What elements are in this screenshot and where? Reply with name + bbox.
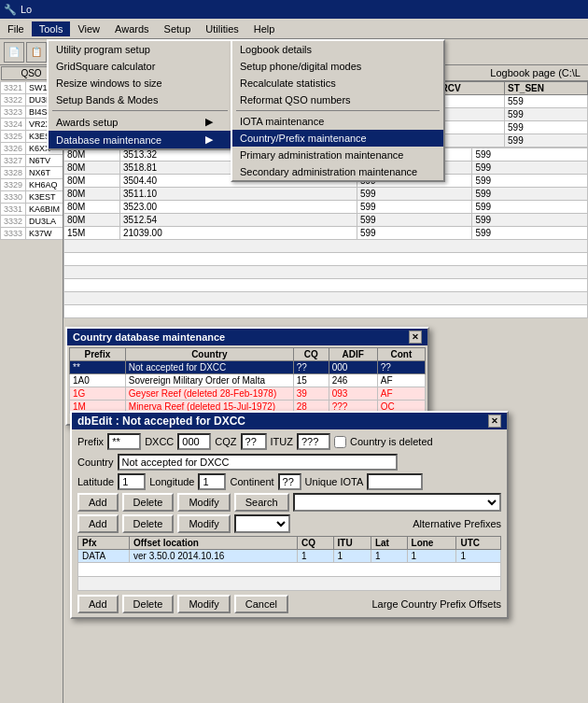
tools-gridsquare-calculator[interactable]: GridSquare calculator [49, 58, 231, 75]
menu-help[interactable]: Help [246, 21, 283, 36]
bottom-modify-btn[interactable]: Modify [177, 595, 230, 613]
dbedit-window: dbEdit : Not accepted for DXCC ✕ Prefix … [70, 411, 509, 619]
bottom-btn-group: Add Delete Modify Cancel [77, 595, 288, 613]
country-row[interactable]: 1A0 Sovereign Military Order of Malta 15… [70, 374, 426, 387]
bottom-delete-btn[interactable]: Delete [122, 595, 175, 613]
db-secondary-admin[interactable]: Secondary administration maintenance [232, 163, 443, 180]
tools-database-maintenance[interactable]: Database maintenance ▶ [49, 131, 231, 148]
db-recalculate-stats[interactable]: Recalculate statistics [232, 75, 443, 91]
col-lat: Lat [371, 537, 407, 550]
dxcc-label: DXCC [145, 436, 174, 447]
col-cq: CQ [297, 537, 333, 550]
data-row[interactable]: DATA ver 3.50.0 2014.10.16 1 1 1 1 1 [78, 550, 501, 563]
db-country-prefix[interactable]: Country/Prefix maintenance [232, 130, 443, 147]
col-country: Country [125, 348, 293, 361]
toolbar-btn-1[interactable]: 📄 [4, 42, 24, 63]
app-icon: 🔧 [4, 4, 17, 16]
dbedit-close[interactable]: ✕ [488, 415, 501, 428]
tools-awards-setup[interactable]: Awards setup ▶ [49, 113, 231, 131]
search-btn[interactable]: Search [234, 493, 289, 512]
col-cont: Cont [377, 348, 425, 361]
delete-btn-2[interactable]: Delete [122, 514, 175, 533]
log-row[interactable]: 80M 3523.00 599 599 [64, 201, 588, 214]
dbedit-data-table-container: Pfx Offset location CQ ITU Lat Lone UTC … [77, 536, 501, 591]
country-db-titlebar: Country database maintenance ✕ [67, 329, 427, 345]
db-reformat-qso[interactable]: Reformat QSO numbers [232, 91, 443, 108]
lon-input[interactable] [198, 473, 226, 490]
toolbar-btn-2[interactable]: 📋 [26, 42, 47, 63]
dbedit-buttons-row2: Add Delete Modify Alternative Prefixes [77, 514, 501, 533]
dbedit-title: dbEdit : Not accepted for DXCC [77, 415, 245, 428]
modify-btn-2[interactable]: Modify [177, 514, 230, 533]
continent-label: Continent [230, 476, 273, 487]
menu-setup[interactable]: Setup [157, 21, 199, 36]
modify-btn-1[interactable]: Modify [177, 493, 230, 512]
large-country-label: Large Country Prefix Offsets [371, 598, 501, 610]
unique-iota-input[interactable] [367, 473, 423, 490]
menu-bar: File Tools View Awards Setup Utilities H… [0, 19, 588, 39]
country-deleted-checkbox[interactable] [334, 436, 346, 448]
country-db-close[interactable]: ✕ [409, 330, 422, 344]
col-lone: Lone [407, 537, 456, 550]
bottom-cancel-btn[interactable]: Cancel [234, 595, 288, 613]
dbedit-row3: Latitude Longitude Continent Unique IOTA [77, 473, 501, 490]
country-db-title: Country database maintenance [73, 331, 225, 343]
dbedit-titlebar: dbEdit : Not accepted for DXCC ✕ [72, 413, 507, 429]
menu-utilities[interactable]: Utilities [198, 21, 245, 36]
search-select[interactable] [293, 493, 501, 512]
dbedit-row1: Prefix DXCC CQZ ITUZ Country is deleted [77, 433, 501, 450]
log-row[interactable]: 80M 3511.10 599 599 [64, 188, 588, 201]
menu-tools[interactable]: Tools [32, 21, 71, 36]
cqz-label: CQZ [215, 436, 236, 447]
continent-input[interactable] [278, 473, 301, 490]
col-pfx: Pfx [78, 537, 130, 550]
dxcc-input[interactable] [177, 433, 211, 450]
dbedit-buttons-row1: Add Delete Modify Search [77, 493, 501, 512]
lon-label: Longitude [149, 476, 194, 487]
db-iota-maintenance[interactable]: IOTA maintenance [232, 113, 443, 130]
ituz-input[interactable] [297, 433, 330, 450]
menu-view[interactable]: View [70, 21, 107, 36]
db-setup-phone-digital[interactable]: Setup phone/digital modes [232, 58, 443, 75]
title-bar: 🔧 Lo [0, 0, 588, 19]
db-primary-admin[interactable]: Primary administration maintenance [232, 147, 443, 163]
country-table: Prefix Country CQ ADIF Cont ** Not accep… [69, 347, 426, 414]
dbedit-data-table: Pfx Offset location CQ ITU Lat Lone UTC … [77, 536, 501, 591]
log-row[interactable]: 15M 21039.00 599 599 [64, 227, 588, 240]
db-logbook-details[interactable]: Logbook details [232, 41, 443, 58]
dbedit-row2: Country [77, 454, 501, 471]
add-btn-1[interactable]: Add [77, 493, 119, 512]
db-maintenance-submenu: Logbook details Setup phone/digital mode… [231, 39, 445, 182]
col-utc: UTC [456, 537, 501, 550]
country-label: Country [77, 457, 114, 468]
country-input[interactable] [118, 454, 398, 471]
tools-resize-windows[interactable]: Resize windows to size [49, 75, 231, 91]
tools-dropdown: Utility program setup GridSquare calcula… [47, 39, 233, 150]
country-row-selected[interactable]: ** Not accepted for DXCC ?? 000 ?? [70, 361, 426, 374]
qso-row-num: 3321 [1, 82, 26, 94]
menu-awards[interactable]: Awards [107, 21, 156, 36]
prefix-input[interactable] [107, 433, 141, 450]
col-adif: ADIF [329, 348, 377, 361]
menu-file[interactable]: File [0, 21, 32, 36]
tools-utility-program-setup[interactable]: Utility program setup [49, 41, 231, 58]
col-sen: ST_SEN [505, 82, 588, 95]
tools-setup-bands-modes[interactable]: Setup Bands & Modes [49, 91, 231, 108]
country-row-deleted[interactable]: 1G Geyser Reef (deleted 28-Feb-1978) 39 … [70, 387, 426, 401]
bottom-add-btn[interactable]: Add [77, 595, 119, 613]
prefix-label: Prefix [77, 436, 104, 447]
prefix-select[interactable] [234, 514, 290, 533]
add-btn-2[interactable]: Add [77, 514, 119, 533]
col-offset: Offset location [129, 537, 297, 550]
unique-iota-label: Unique IOTA [305, 476, 364, 487]
delete-btn-1[interactable]: Delete [122, 493, 175, 512]
dbedit-bottom-buttons: Add Delete Modify Cancel Large Country P… [77, 595, 501, 613]
left-panel: QSO 3321SW1A 3322DU3LA 3323BI4SDT 3324VR… [0, 65, 63, 703]
lat-input[interactable] [118, 473, 146, 490]
col-cq: CQ [293, 348, 329, 361]
title-text: Lo [21, 4, 32, 15]
country-deleted-label: Country is deleted [350, 436, 433, 447]
log-row[interactable]: 80M 3512.54 599 599 [64, 214, 588, 227]
cqz-input[interactable] [241, 433, 267, 450]
col-itu: ITU [333, 537, 371, 550]
